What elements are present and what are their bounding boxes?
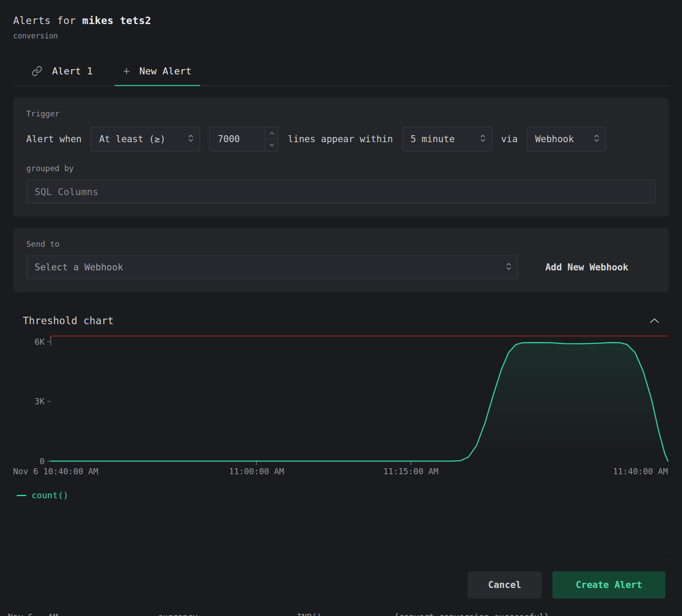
condition-select[interactable]: At least (≥) <box>91 127 200 151</box>
trigger-row: Alert when At least (≥) <box>26 127 656 151</box>
row-timestamp: Nov 6 … AM <box>8 612 58 616</box>
svg-text:6K: 6K <box>35 337 45 346</box>
via-label: via <box>501 134 518 144</box>
collapse-chart-icon[interactable] <box>650 318 659 324</box>
svg-text:11:00:00 AM: 11:00:00 AM <box>229 466 284 476</box>
chevron-up-down-icon <box>188 134 193 145</box>
chevron-up-down-icon <box>594 134 599 145</box>
tab-new-alert-label: New Alert <box>139 66 191 77</box>
chart-title: Threshold chart <box>23 315 114 326</box>
trigger-label: Trigger <box>26 109 656 118</box>
row-message: {convert conversion successful} <box>394 612 549 616</box>
svg-text:11:15:00 AM: 11:15:00 AM <box>383 466 439 476</box>
dialog-header: Alerts for mikes tets2 conversion <box>13 15 669 40</box>
tab-new-alert[interactable]: + New Alert <box>115 59 200 86</box>
svg-text:0: 0 <box>40 456 45 466</box>
tab-alert-1-label: Alert 1 <box>52 66 93 77</box>
create-alert-button[interactable]: Create Alert <box>552 571 665 598</box>
svg-text:Nov 6 10:40:00 AM: Nov 6 10:40:00 AM <box>13 466 98 476</box>
stepper-up-icon[interactable] <box>265 127 278 140</box>
plus-icon: + <box>123 65 130 77</box>
svg-text:3K: 3K <box>35 396 45 406</box>
send-to-label: Send to <box>26 239 656 248</box>
window-select-value: 5 minute <box>411 134 455 144</box>
grouped-by-label: grouped by <box>26 164 656 173</box>
page-title-source: mikes tets2 <box>82 15 151 26</box>
trigger-panel: Trigger Alert when At least (≥) <box>13 98 669 217</box>
link-icon <box>32 66 42 77</box>
svg-text:11:40:00 AM: 11:40:00 AM <box>613 466 668 476</box>
alert-when-label: Alert when <box>26 134 81 144</box>
background-table-row: Nov 6 … AM currency INR() {convert conve… <box>0 612 682 616</box>
dialog-footer: Cancel Create Alert <box>13 552 669 616</box>
row-currency: currency <box>158 612 198 616</box>
cancel-button[interactable]: Cancel <box>468 571 542 598</box>
threshold-input[interactable] <box>210 127 265 151</box>
chart-header: Threshold chart <box>13 315 669 326</box>
threshold-chart-section: Threshold chart 03K6KNov 6 10:40:00 AM11… <box>13 315 669 500</box>
send-to-panel: Send to Select a Webhook Add New Webhook <box>13 228 669 292</box>
tab-alert-1[interactable]: Alert 1 <box>23 59 102 86</box>
chevron-up-down-icon <box>480 134 485 145</box>
stepper-down-icon[interactable] <box>265 140 278 151</box>
condition-select-value: At least (≥) <box>99 134 165 144</box>
add-webhook-button[interactable]: Add New Webhook <box>545 262 629 273</box>
threshold-chart: 03K6KNov 6 10:40:00 AM11:00:00 AM11:15:0… <box>13 334 669 481</box>
channel-select[interactable]: Webhook <box>527 127 606 151</box>
threshold-stepper <box>265 127 278 151</box>
page-title: Alerts for mikes tets2 <box>13 15 669 26</box>
chart-legend: count() <box>13 490 669 500</box>
legend-series-label: count() <box>32 490 68 500</box>
webhook-select-placeholder: Select a Webhook <box>35 262 123 273</box>
row-inr: INR() <box>297 612 322 616</box>
window-select[interactable]: 5 minute <box>402 127 492 151</box>
channel-select-value: Webhook <box>535 134 574 144</box>
group-by-input[interactable] <box>26 180 656 203</box>
alerts-dialog: Alerts for mikes tets2 conversion Alert … <box>0 0 682 616</box>
page-subtitle: conversion <box>13 32 669 40</box>
send-to-row: Select a Webhook Add New Webhook <box>26 256 656 279</box>
tab-bar: Alert 1 + New Alert <box>13 59 669 86</box>
webhook-select[interactable]: Select a Webhook <box>26 256 518 279</box>
threshold-input-wrap <box>209 127 278 151</box>
page-title-prefix: Alerts for <box>13 15 76 26</box>
chevron-up-down-icon <box>506 262 511 273</box>
legend-line-swatch <box>17 495 26 496</box>
lines-appear-label: lines appear within <box>288 134 393 144</box>
